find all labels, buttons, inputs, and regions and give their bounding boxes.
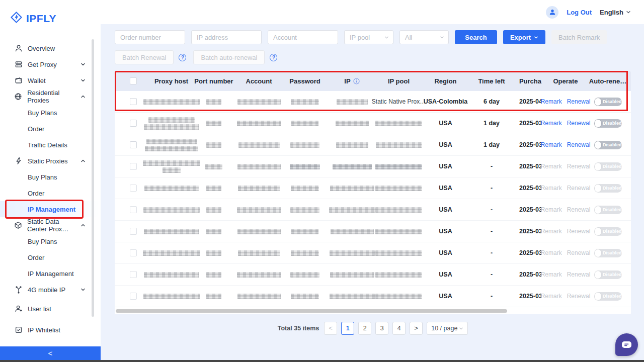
sidebar-item-order-13[interactable]: Order bbox=[0, 249, 101, 265]
page-size-select[interactable]: 10 / page bbox=[427, 322, 468, 335]
row-checkbox[interactable] bbox=[130, 141, 137, 148]
sidebar-item-residential-proxies-3[interactable]: Residential Proxies bbox=[0, 88, 101, 105]
row-checkbox[interactable] bbox=[130, 185, 137, 192]
col-header-ip: IP bbox=[329, 77, 375, 85]
sidebar-item-ip-whitelist-17[interactable]: IP Whitelist bbox=[0, 322, 101, 338]
remark-link[interactable]: Remark bbox=[541, 163, 562, 170]
cell-ip bbox=[329, 229, 375, 234]
row-checkbox[interactable] bbox=[130, 293, 137, 300]
remark-link[interactable]: Remark bbox=[541, 120, 562, 127]
page-button-2[interactable]: 2 bbox=[358, 322, 371, 335]
redacted-value bbox=[144, 124, 199, 130]
help-icon[interactable]: ? bbox=[270, 54, 277, 61]
remark-link[interactable]: Remark bbox=[541, 293, 562, 300]
next-page-button[interactable]: > bbox=[410, 322, 423, 335]
auto-renewal-toggle[interactable]: Disabled bbox=[594, 162, 622, 171]
remark-link[interactable]: Remark bbox=[541, 206, 562, 213]
redacted-value bbox=[336, 121, 369, 126]
auto-renewal-toggle[interactable]: Disabled bbox=[594, 119, 622, 128]
sidebar-item-buy-plans-12[interactable]: Buy Plans bbox=[0, 233, 101, 249]
redacted-value bbox=[375, 294, 422, 299]
batch-auto-renewal-button[interactable]: Batch auto-renewal bbox=[193, 50, 265, 64]
remark-link[interactable]: Remark bbox=[541, 185, 562, 192]
language-selector[interactable]: English bbox=[600, 9, 631, 16]
ip-address-input[interactable] bbox=[191, 30, 262, 44]
sidebar-item-overview-0[interactable]: Overview bbox=[0, 40, 101, 56]
select-all-checkbox-cell[interactable] bbox=[115, 77, 151, 84]
cell-auto-renewal: Disabled bbox=[585, 227, 631, 236]
cell-time-left: - bbox=[469, 228, 514, 235]
content-area: IP pool All Search Export bbox=[101, 24, 644, 360]
ipfly-logo-icon bbox=[10, 11, 23, 26]
redacted-value bbox=[238, 250, 280, 256]
row-checkbox[interactable] bbox=[130, 120, 137, 127]
remark-link[interactable]: Remark bbox=[541, 141, 562, 148]
row-checkbox[interactable] bbox=[130, 206, 137, 213]
redacted-value bbox=[148, 117, 195, 123]
sidebar-item-4g-mobile-ip-15[interactable]: 4G mobile IP bbox=[0, 282, 101, 298]
batch-remark-button[interactable]: Batch Remark bbox=[551, 30, 607, 44]
cell-ip bbox=[329, 164, 375, 169]
sidebar-item-static-data-center-prox-11[interactable]: Static Data Center Prox… bbox=[0, 217, 101, 233]
sidebar-item-order-5[interactable]: Order bbox=[0, 121, 101, 137]
auto-renewal-toggle[interactable]: Disabled bbox=[594, 227, 622, 236]
search-button[interactable]: Search bbox=[455, 30, 497, 44]
row-checkbox[interactable] bbox=[130, 249, 137, 256]
auto-renewal-toggle[interactable]: Disabled bbox=[594, 98, 622, 106]
redacted-value bbox=[375, 272, 422, 278]
sidebar-item-buy-plans-8[interactable]: Buy Plans bbox=[0, 169, 101, 185]
page-button-3[interactable]: 3 bbox=[375, 322, 388, 335]
cell-operate: RemarkRenewal bbox=[546, 271, 585, 278]
datacenter-icon bbox=[14, 221, 22, 230]
ip-pool-select[interactable]: IP pool bbox=[344, 30, 393, 44]
redacted-value bbox=[329, 207, 375, 213]
sidebar-item-static-proxies-7[interactable]: Static Proxies bbox=[0, 153, 101, 169]
cell-auto-renewal: Disabled bbox=[585, 292, 631, 301]
remark-link[interactable]: Remark bbox=[541, 249, 562, 256]
prev-page-button[interactable]: < bbox=[324, 322, 337, 335]
row-checkbox[interactable] bbox=[130, 163, 137, 170]
sidebar-item-traffic-details-6[interactable]: Traffic Details bbox=[0, 137, 101, 153]
row-checkbox[interactable] bbox=[130, 228, 137, 235]
order-number-input[interactable] bbox=[115, 30, 185, 44]
auto-renewal-toggle[interactable]: Disabled bbox=[594, 249, 622, 257]
page-button-1[interactable]: 1 bbox=[341, 322, 354, 335]
horizontal-scrollbar[interactable] bbox=[116, 309, 507, 313]
logout-button[interactable]: Log Out bbox=[567, 9, 592, 16]
brand-logo[interactable]: IPFLY bbox=[10, 11, 56, 26]
page-button-4[interactable]: 4 bbox=[392, 322, 406, 335]
sidebar-item-ip-management-10[interactable]: IP Management bbox=[0, 201, 101, 217]
chat-widget-button[interactable] bbox=[615, 333, 638, 356]
batch-renewal-button[interactable]: Batch Renewal bbox=[115, 50, 174, 64]
select-all-checkbox[interactable] bbox=[130, 77, 137, 84]
remark-link[interactable]: Remark bbox=[541, 98, 562, 105]
remark-link[interactable]: Remark bbox=[541, 228, 562, 235]
brand-name: IPFLY bbox=[26, 13, 56, 25]
export-button[interactable]: Export bbox=[503, 30, 545, 44]
sidebar-collapse-button[interactable]: < bbox=[0, 346, 101, 360]
sidebar-scrollbar[interactable] bbox=[92, 39, 94, 317]
remark-link[interactable]: Remark bbox=[541, 271, 562, 278]
account-input[interactable] bbox=[268, 30, 338, 44]
auto-renewal-toggle[interactable]: Disabled bbox=[594, 292, 622, 301]
sidebar-item-wallet-2[interactable]: Wallet bbox=[0, 72, 101, 88]
sidebar-item-order-9[interactable]: Order bbox=[0, 185, 101, 201]
row-checkbox[interactable] bbox=[130, 271, 137, 278]
redacted-value bbox=[163, 167, 181, 173]
auto-renewal-toggle[interactable]: Disabled bbox=[594, 206, 622, 214]
sidebar-item-user-list-16[interactable]: User list bbox=[0, 301, 101, 317]
help-icon[interactable]: ? bbox=[179, 54, 186, 61]
status-select[interactable]: All bbox=[399, 30, 449, 44]
cell-ip bbox=[329, 250, 375, 256]
redacted-value bbox=[238, 186, 280, 191]
sidebar-item-buy-plans-4[interactable]: Buy Plans bbox=[0, 105, 101, 121]
sidebar-item-ip-management-14[interactable]: IP Management bbox=[0, 265, 101, 282]
row-checkbox[interactable] bbox=[130, 98, 137, 105]
auto-renewal-toggle[interactable]: Disabled bbox=[594, 270, 622, 279]
auto-renewal-toggle[interactable]: Disabled bbox=[594, 184, 622, 193]
auto-renewal-toggle[interactable]: Disabled bbox=[594, 141, 622, 149]
cell-operate: RemarkRenewal bbox=[546, 185, 585, 192]
sidebar-item-get-proxy-1[interactable]: Get Proxy bbox=[0, 56, 101, 72]
user-avatar[interactable] bbox=[546, 6, 558, 19]
redacted-value bbox=[290, 142, 319, 148]
